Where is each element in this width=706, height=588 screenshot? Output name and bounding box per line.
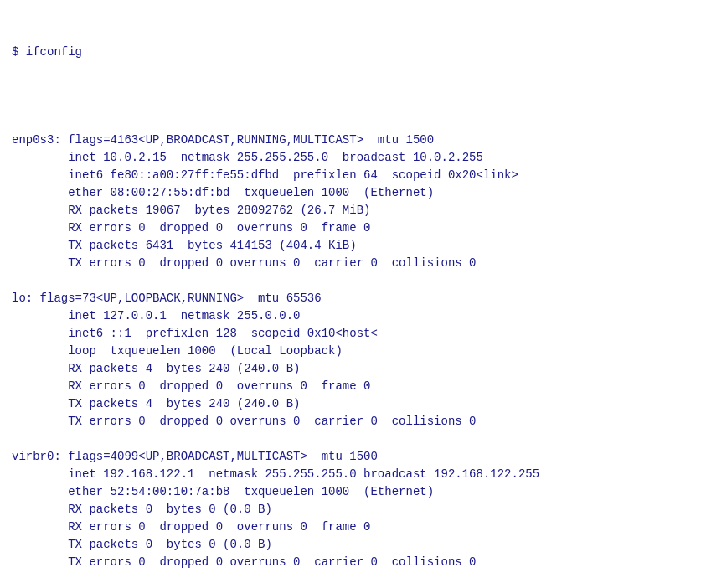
section-0-line-1: inet 10.0.2.15 netmask 255.255.255.0 bro… <box>12 149 694 167</box>
section-2-line-5: TX packets 0 bytes 0 (0.0 B) <box>12 536 694 554</box>
section-1-line-1: inet 127.0.0.1 netmask 255.0.0.0 <box>12 307 694 325</box>
section-0-line-4: RX packets 19067 bytes 28092762 (26.7 Mi… <box>12 202 694 219</box>
section-0-line-7: TX errors 0 dropped 0 overruns 0 carrier… <box>12 255 694 272</box>
section-0-line-0: enp0s3: flags=4163<UP,BROADCAST,RUNNING,… <box>12 132 694 149</box>
terminal-output: $ ifconfig enp0s3: flags=4163<UP,BROADCA… <box>12 8 694 588</box>
section-2-line-4: RX errors 0 dropped 0 overruns 0 frame 0 <box>12 518 694 536</box>
blank-after-section-0 <box>12 272 694 290</box>
blank-after-section-2 <box>12 571 694 588</box>
section-2-line-0: virbr0: flags=4099<UP,BROADCAST,MULTICAS… <box>12 448 694 466</box>
section-1-line-2: inet6 ::1 prefixlen 128 scopeid 0x10<hos… <box>12 325 694 343</box>
section-2-line-2: ether 52:54:00:10:7a:b8 txqueuelen 1000 … <box>12 483 694 501</box>
section-2-line-1: inet 192.168.122.1 netmask 255.255.255.0… <box>12 466 694 483</box>
blank-line-0 <box>12 96 694 114</box>
section-0-line-5: RX errors 0 dropped 0 overruns 0 frame 0 <box>12 219 694 237</box>
blank-after-section-1 <box>12 431 694 448</box>
section-1-line-5: RX errors 0 dropped 0 overruns 0 frame 0 <box>12 378 694 395</box>
section-1-line-6: TX packets 4 bytes 240 (240.0 B) <box>12 395 694 413</box>
section-0-line-3: ether 08:00:27:55:df:bd txqueuelen 1000 … <box>12 184 694 202</box>
section-1-line-7: TX errors 0 dropped 0 overruns 0 carrier… <box>12 413 694 431</box>
section-0-line-2: inet6 fe80::a00:27ff:fe55:dfbd prefixlen… <box>12 167 694 184</box>
section-2-line-6: TX errors 0 dropped 0 overruns 0 carrier… <box>12 554 694 571</box>
section-1-line-4: RX packets 4 bytes 240 (240.0 B) <box>12 360 694 378</box>
section-2-line-3: RX packets 0 bytes 0 (0.0 B) <box>12 501 694 518</box>
section-1-line-0: lo: flags=73<UP,LOOPBACK,RUNNING> mtu 65… <box>12 290 694 307</box>
section-0-line-6: TX packets 6431 bytes 414153 (404.4 KiB) <box>12 237 694 255</box>
command-line: $ ifconfig <box>12 44 694 61</box>
section-1-line-3: loop txqueuelen 1000 (Local Loopback) <box>12 343 694 360</box>
